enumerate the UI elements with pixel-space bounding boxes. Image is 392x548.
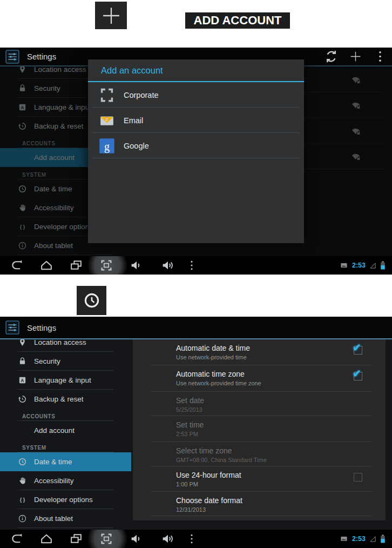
status-cluster[interactable]: 2:53: [340, 530, 392, 548]
date-time-preference-panel: Automatic date & timeUse network-provide…: [133, 339, 386, 520]
dialog-title: Add an account: [88, 59, 304, 82]
dialog-item-label: Google: [124, 142, 149, 150]
screenshot-icon[interactable]: [100, 259, 113, 272]
pref-subtitle: Use network-provided time zone: [176, 380, 386, 386]
pref-use-24-hour-format[interactable]: Use 24-hour format1:00 PM: [133, 466, 386, 492]
recents-icon[interactable]: [70, 532, 83, 546]
svg-text:A: A: [21, 378, 24, 383]
sidebar-item-date-time[interactable]: Date & time: [0, 452, 131, 471]
signal-icon: [369, 262, 376, 269]
settings-sidebar: Location accessSecurityALanguage & input…: [0, 339, 131, 530]
clock-time: 2:53: [352, 535, 366, 543]
add-account-callout-label: ADD ACCOUNT: [185, 12, 290, 29]
sync-icon[interactable]: [325, 50, 338, 63]
braces-icon: { }: [18, 495, 27, 504]
volume-down-icon[interactable]: [130, 532, 143, 546]
svg-text:@: @: [105, 117, 109, 121]
date-time-callout-button: [77, 286, 106, 315]
dialog-item-email[interactable]: @Email: [88, 108, 304, 133]
sidebar-item-language-input[interactable]: ALanguage & input: [0, 371, 131, 390]
section-label: SYSTEM: [22, 445, 46, 451]
pref-set-time: Set time2:53 PM: [133, 416, 386, 442]
screenshot-add-account: Settings Location accessSecurityALanguag…: [0, 48, 392, 275]
pref-automatic-date-time[interactable]: Automatic date & timeUse network-provide…: [133, 339, 386, 365]
picture-icon: [340, 535, 348, 543]
pref-title: Set date: [176, 392, 386, 405]
pref-subtitle: 5/25/2013: [176, 406, 386, 413]
add-account-callout-button: [95, 2, 127, 29]
volume-up-icon[interactable]: [161, 532, 175, 546]
section-label: ACCOUNTS: [22, 413, 55, 419]
status-cluster[interactable]: 2:53: [340, 256, 392, 275]
language-icon: A: [18, 376, 27, 385]
lock-icon: [18, 357, 27, 366]
checkbox-unchecked[interactable]: [354, 473, 362, 482]
pref-choose-date-format[interactable]: Choose date format12/31/2013: [133, 492, 386, 516]
sidebar-item-location-access[interactable]: Location access: [0, 339, 131, 352]
sidebar-section-accounts: ACCOUNTS: [0, 409, 131, 421]
sidebar-list: Location accessSecurityALanguage & input…: [0, 339, 131, 528]
dialog-item-corporate[interactable]: Corporate: [88, 82, 304, 108]
pref-title: Set time: [176, 416, 386, 429]
sidebar-item-label: Accessibility: [34, 477, 74, 485]
volume-down-icon[interactable]: [130, 259, 143, 272]
settings-app-icon: [5, 50, 19, 64]
sidebar-item-security[interactable]: Security: [0, 352, 131, 371]
checkbox-checked[interactable]: ✔: [354, 372, 362, 380]
back-icon[interactable]: [11, 532, 24, 546]
pref-automatic-time-zone[interactable]: Automatic time zoneUse network-provided …: [133, 365, 386, 392]
battery-icon: [380, 261, 386, 270]
menu-dots-icon[interactable]: [190, 532, 194, 546]
back-icon[interactable]: [11, 259, 24, 272]
sidebar-item-accessibility[interactable]: Accessibility: [0, 471, 131, 490]
home-icon[interactable]: [40, 532, 53, 546]
pref-select-time-zone: Select time zoneGMT+08:00, China Standar…: [133, 442, 386, 466]
svg-text:g: g: [104, 140, 110, 152]
dialog-item-list: Corporate@EmailgGoogle: [88, 82, 304, 158]
system-navigation-bar: 2:53: [0, 256, 392, 275]
settings-app-icon: [5, 320, 19, 335]
add-network-icon[interactable]: [349, 50, 362, 63]
dialog-item-label: Corporate: [124, 91, 158, 99]
volume-up-icon[interactable]: [161, 259, 175, 272]
sidebar-item-add-account[interactable]: Add account: [0, 421, 131, 440]
sidebar-item-developer-options[interactable]: { }Developer options: [0, 490, 131, 509]
pref-subtitle: 1:00 PM: [176, 481, 386, 487]
picture-icon: [340, 262, 348, 269]
sidebar-item-label: About tablet: [34, 514, 73, 523]
sidebar-item-label: Language & input: [34, 376, 91, 384]
screenshot-icon[interactable]: [100, 532, 113, 546]
pref-subtitle: GMT+08:00, China Standard Time: [176, 457, 386, 463]
email-icon: @: [99, 112, 115, 129]
menu-dots-icon[interactable]: [190, 259, 194, 272]
page-title: Settings: [27, 52, 56, 61]
dialog-item-google[interactable]: gGoogle: [88, 133, 304, 158]
sidebar-item-label: Security: [34, 357, 60, 365]
home-icon[interactable]: [40, 259, 53, 272]
checkbox-checked[interactable]: ✔: [354, 346, 362, 355]
dialog-item-label: Email: [124, 116, 143, 125]
pref-subtitle: 2:53 PM: [176, 431, 386, 437]
sidebar-section-system: SYSTEM: [0, 440, 131, 452]
pref-set-date: Set date5/25/2013: [133, 392, 386, 416]
pref-subtitle: 12/31/2013: [176, 506, 386, 513]
sidebar-item-label: Add account: [34, 426, 75, 435]
sidebar-item-about-tablet[interactable]: About tablet: [0, 509, 131, 528]
clock-icon: [83, 291, 101, 310]
check-mark-icon: ✔: [353, 342, 361, 354]
check-mark-icon: ✔: [353, 367, 361, 380]
clock-time: 2:53: [352, 262, 366, 269]
add-account-dialog: Add an account Corporate@EmailgGoogle: [88, 59, 304, 243]
pref-subtitle: Use network-provided time: [176, 354, 386, 360]
overflow-menu-icon[interactable]: [377, 50, 383, 63]
pref-title: Select time zone: [176, 442, 386, 455]
svg-text:{ }: { }: [20, 497, 25, 503]
sidebar-item-backup-reset[interactable]: Backup & reset: [0, 390, 131, 409]
sidebar-item-label: Backup & reset: [34, 395, 84, 403]
plus-icon: [18, 426, 27, 435]
page-title: Settings: [27, 323, 56, 332]
recents-icon[interactable]: [70, 259, 83, 272]
corporate-icon: [99, 87, 115, 103]
action-bar: Settings: [0, 317, 392, 338]
google-icon: g: [99, 138, 115, 154]
